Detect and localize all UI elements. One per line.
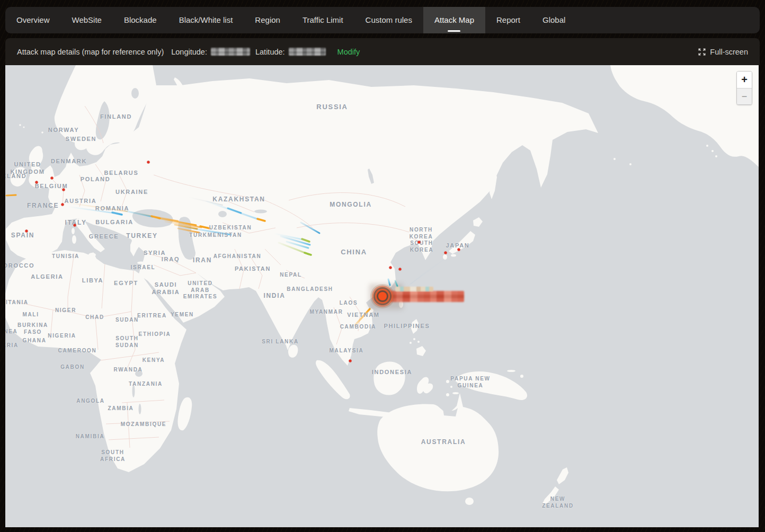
tab-black-white-list[interactable]: Black/White list [168,7,244,33]
attack-trail [301,223,319,233]
attack-target-marker [378,292,387,300]
attack-source-dot [74,224,76,227]
tab-custom-rules[interactable]: Custom rules [354,7,423,33]
attack-source-dot [51,177,54,180]
fullscreen-label: Full-screen [710,48,748,56]
attack-trail [200,226,210,228]
attack-trail [6,195,16,196]
target-toplabel-redacted [395,287,433,291]
attack-trail [112,212,122,215]
attack-source-dot [25,230,28,233]
tab-traffic-limit[interactable]: Traffic Limit [291,7,354,33]
latitude-value-redacted [289,48,326,56]
longitude-value-redacted [211,48,250,56]
attack-source-dot [458,249,460,251]
attack-source-dot [399,268,402,271]
attack-source-dot [389,267,392,269]
attack-source-dot [35,181,38,184]
attack-trail [68,207,113,213]
attack-source-dot [444,252,447,254]
attack-trail [132,212,178,221]
attack-source-dot [63,189,65,191]
attack-source-dot [147,161,150,164]
map-subheader: Attack map details (map for reference on… [5,38,760,65]
tab-website[interactable]: WebSite [61,7,113,33]
attack-trail [302,239,309,242]
fullscreen-expand-icon [698,48,706,56]
tab-attack-map[interactable]: Attack Map [423,7,485,33]
target-label-redacted [390,291,464,302]
latitude-label: Latitude: [255,48,285,56]
attack-trail [228,208,241,213]
attack-source-dot [61,203,64,206]
attack-trail [406,255,447,288]
map-zoom-control: + − [736,71,752,105]
world-attack-map[interactable]: RUSSIAFINLANDNORWAYSWEDENDENMARKUNITED K… [5,65,759,527]
attack-trail [305,253,311,255]
attack-source-dot [349,360,352,362]
tab-report[interactable]: Report [485,7,531,33]
tab-global[interactable]: Global [531,7,576,33]
tab-blockade[interactable]: Blockade [113,7,168,33]
tab-region[interactable]: Region [244,7,291,33]
attack-trail [355,309,370,325]
fullscreen-button[interactable]: Full-screen [698,48,748,56]
longitude-label: Longitude: [171,48,207,56]
modify-link[interactable]: Modify [337,48,360,56]
tab-overview[interactable]: Overview [5,7,61,33]
attack-source-dot [418,241,421,244]
attack-trail [257,219,265,221]
tab-bar: OverviewWebSiteBlockadeBlack/White listR… [5,7,760,33]
zoom-out-button[interactable]: − [737,88,752,104]
page-title: Attack map details (map for reference on… [17,48,164,56]
zoom-in-button[interactable]: + [737,72,752,88]
attack-trail [189,197,223,205]
